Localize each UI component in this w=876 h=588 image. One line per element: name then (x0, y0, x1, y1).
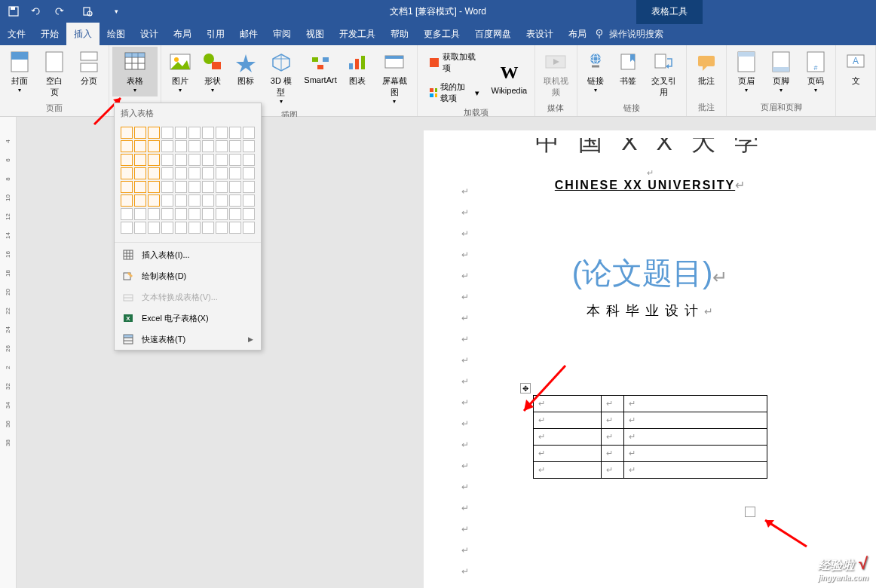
grid-cell[interactable] (121, 154, 133, 166)
menu-home[interactable]: 开始 (33, 22, 66, 47)
grid-cell[interactable] (188, 222, 201, 234)
info-table[interactable]: ↵↵↵ ↵↵↵ ↵↵↵ ↵↵↵ ↵↵↵ (533, 395, 767, 479)
grid-cell[interactable] (216, 181, 228, 193)
grid-cell[interactable] (148, 167, 160, 179)
link-button[interactable]: 链接▾ (580, 47, 611, 96)
blank-page-button[interactable]: 空白页 (38, 47, 72, 101)
draw-table-item[interactable]: 绘制表格(D) (115, 265, 261, 286)
menu-layout[interactable]: 布局 (166, 22, 199, 47)
menu-file[interactable]: 文件 (0, 22, 33, 47)
grid-cell[interactable] (188, 194, 201, 207)
online-video-button[interactable]: 联机视频 (538, 47, 574, 101)
grid-cell[interactable] (202, 167, 214, 179)
grid-cell[interactable] (229, 222, 241, 234)
get-addins-button[interactable]: 获取加载项 (424, 50, 483, 75)
grid-cell[interactable] (243, 154, 255, 166)
grid-cell[interactable] (243, 181, 255, 193)
menu-view[interactable]: 视图 (299, 22, 332, 47)
shapes-button[interactable]: 形状▾ (198, 47, 229, 96)
grid-cell[interactable] (229, 140, 241, 152)
grid-cell[interactable] (161, 181, 173, 193)
grid-cell[interactable] (161, 127, 173, 139)
textbox-button[interactable]: A 文 (839, 47, 872, 90)
grid-cell[interactable] (188, 208, 201, 220)
grid-cell[interactable] (134, 194, 146, 207)
grid-cell[interactable] (202, 208, 214, 220)
grid-cell[interactable] (175, 127, 187, 139)
table-move-handle[interactable]: ✥ (520, 383, 531, 394)
grid-cell[interactable] (229, 127, 241, 139)
grid-cell[interactable] (161, 154, 173, 166)
grid-cell[interactable] (134, 167, 146, 179)
grid-cell[interactable] (216, 140, 228, 152)
grid-cell[interactable] (188, 127, 201, 139)
grid-cell[interactable] (148, 208, 160, 220)
wikipedia-button[interactable]: W Wikipedia (490, 57, 528, 98)
grid-cell[interactable] (148, 140, 160, 152)
print-preview-icon[interactable] (81, 5, 93, 17)
grid-cell[interactable] (148, 181, 160, 193)
grid-cell[interactable] (134, 154, 146, 166)
grid-cell[interactable] (161, 222, 173, 234)
grid-cell[interactable] (243, 167, 255, 179)
grid-cell[interactable] (134, 127, 146, 139)
grid-cell[interactable] (121, 127, 133, 139)
grid-cell[interactable] (202, 127, 214, 139)
menu-references[interactable]: 引用 (199, 22, 232, 47)
menu-review[interactable]: 审阅 (265, 22, 299, 47)
icons-button[interactable]: 图标 (230, 47, 262, 90)
save-icon[interactable] (8, 5, 20, 17)
grid-cell[interactable] (216, 208, 228, 220)
grid-cell[interactable] (216, 194, 228, 207)
grid-cell[interactable] (229, 194, 241, 207)
grid-cell[interactable] (148, 127, 160, 139)
grid-cell[interactable] (175, 194, 187, 207)
grid-cell[interactable] (216, 127, 228, 139)
menu-help[interactable]: 帮助 (383, 22, 416, 47)
bookmark-button[interactable]: 书签 (612, 47, 642, 90)
grid-cell[interactable] (243, 194, 255, 207)
page-break-button[interactable]: 分页 (72, 47, 106, 90)
grid-cell[interactable] (188, 140, 201, 152)
menu-draw[interactable]: 绘图 (100, 22, 133, 47)
grid-cell[interactable] (148, 154, 160, 166)
grid-cell[interactable] (229, 208, 241, 220)
grid-cell[interactable] (188, 167, 201, 179)
grid-cell[interactable] (188, 154, 201, 166)
quick-tables-item[interactable]: 快速表格(T) ▶ (115, 329, 261, 350)
pictures-button[interactable]: 图片▾ (164, 47, 196, 96)
menu-mailings[interactable]: 邮件 (232, 22, 265, 47)
grid-cell[interactable] (148, 222, 160, 234)
grid-cell[interactable] (121, 194, 133, 207)
grid-cell[interactable] (161, 194, 173, 207)
table-grid-selector[interactable] (115, 124, 261, 240)
document-page[interactable]: 中 国 X X 大 学 ↵ CHINESE XX UNIVERSITY↵ ↵↵↵… (424, 130, 876, 588)
grid-cell[interactable] (134, 222, 146, 234)
menu-insert[interactable]: 插入 (66, 22, 100, 47)
grid-cell[interactable] (175, 208, 187, 220)
screenshot-button[interactable]: 屏幕截图▾ (375, 47, 415, 108)
page-number-button[interactable]: # 页码▾ (799, 47, 832, 96)
grid-cell[interactable] (121, 222, 133, 234)
redo-icon[interactable] (53, 5, 65, 17)
grid-cell[interactable] (161, 140, 173, 152)
chart-button[interactable]: 图表 (342, 47, 373, 90)
grid-cell[interactable] (229, 181, 241, 193)
grid-cell[interactable] (229, 167, 241, 179)
cover-page-button[interactable]: 封面▾ (3, 47, 36, 96)
menu-baidu[interactable]: 百度网盘 (467, 22, 519, 47)
grid-cell[interactable] (202, 140, 214, 152)
menu-developer[interactable]: 开发工具 (332, 22, 383, 47)
menu-table-layout[interactable]: 布局 (561, 22, 594, 47)
grid-cell[interactable] (161, 208, 173, 220)
grid-cell[interactable] (229, 154, 241, 166)
grid-cell[interactable] (175, 222, 187, 234)
grid-cell[interactable] (175, 167, 187, 179)
grid-cell[interactable] (175, 181, 187, 193)
grid-cell[interactable] (161, 167, 173, 179)
grid-cell[interactable] (202, 222, 214, 234)
grid-cell[interactable] (243, 208, 255, 220)
header-button[interactable]: 页眉▾ (730, 47, 763, 96)
grid-cell[interactable] (202, 154, 214, 166)
menu-design[interactable]: 设计 (133, 22, 166, 47)
